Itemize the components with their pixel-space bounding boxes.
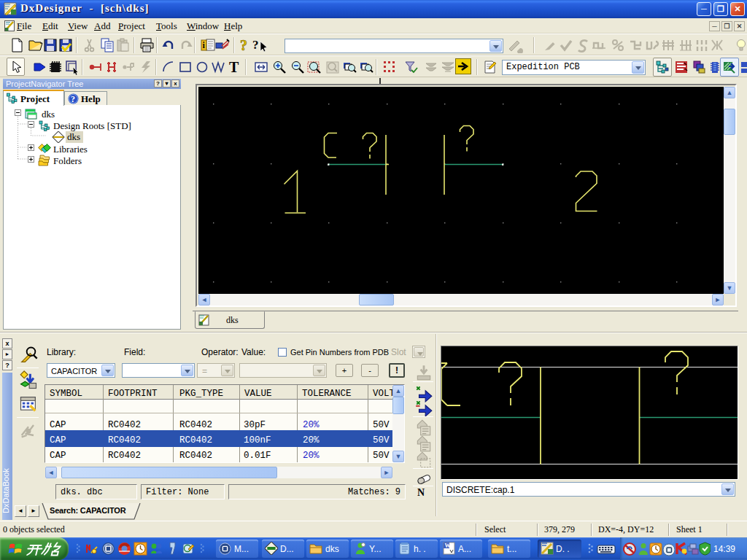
svg-text:0.01F: 0.01F xyxy=(244,451,271,461)
svg-text:RC0402: RC0402 xyxy=(108,435,141,446)
svg-text:?: ? xyxy=(240,37,247,53)
svg-text:W: W xyxy=(445,542,451,549)
svg-text:RC0402: RC0402 xyxy=(179,435,212,446)
svg-text:RC0402: RC0402 xyxy=(179,451,212,461)
svg-text:TOLERANCE: TOLERANCE xyxy=(302,389,352,399)
svg-text:100nF: 100nF xyxy=(244,435,271,446)
svg-text:FOOTPRINT: FOOTPRINT xyxy=(108,389,158,399)
svg-text:?: ? xyxy=(252,38,259,52)
svg-text:CAP: CAP xyxy=(50,435,66,446)
svg-text:20%: 20% xyxy=(303,420,320,430)
svg-text:CAP: CAP xyxy=(50,420,66,430)
svg-text:CAP: CAP xyxy=(50,451,66,461)
svg-text:PKG_TYPE: PKG_TYPE xyxy=(179,389,223,399)
svg-text:RC0402: RC0402 xyxy=(108,451,141,461)
svg-text:RC0402: RC0402 xyxy=(179,420,212,430)
svg-text:50V: 50V xyxy=(373,435,390,446)
svg-text:20%: 20% xyxy=(303,451,320,461)
svg-text:VALUE: VALUE xyxy=(244,389,272,399)
svg-text:T: T xyxy=(229,59,239,75)
svg-text:50V: 50V xyxy=(373,420,390,430)
svg-text:RC0402: RC0402 xyxy=(108,420,141,430)
svg-text:VOLT: VOLT xyxy=(373,389,395,399)
svg-text:50V: 50V xyxy=(373,451,390,461)
svg-text:20%: 20% xyxy=(303,435,320,446)
svg-text:SYMBOL: SYMBOL xyxy=(50,389,82,399)
svg-text:30pF: 30pF xyxy=(244,420,266,430)
svg-text:?: ? xyxy=(71,94,75,104)
